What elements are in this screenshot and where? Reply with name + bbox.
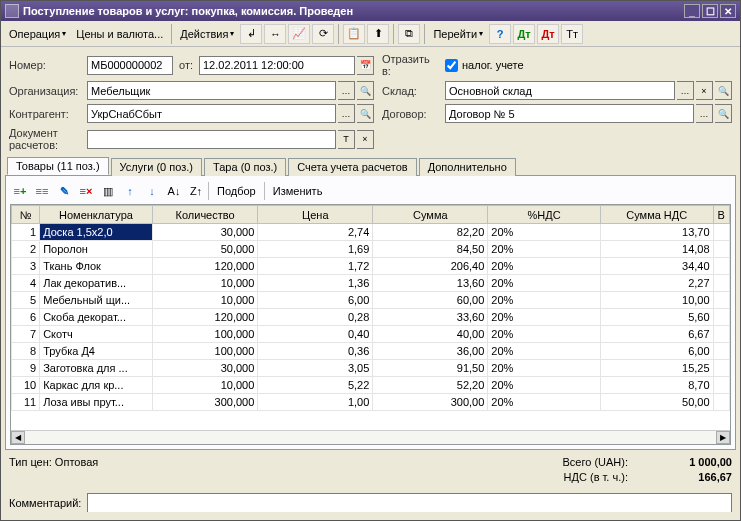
- text-tool-icon[interactable]: Тт: [561, 24, 583, 44]
- cell-sum[interactable]: 300,00: [373, 394, 488, 411]
- cell-vat-pct[interactable]: 20%: [488, 377, 601, 394]
- cell-vat-pct[interactable]: 20%: [488, 224, 601, 241]
- tab-services[interactable]: Услуги (0 поз.): [111, 158, 202, 176]
- operation-menu[interactable]: Операция▾: [5, 26, 70, 42]
- cell-total[interactable]: [713, 241, 729, 258]
- cell-n[interactable]: 11: [12, 394, 40, 411]
- cell-total[interactable]: [713, 377, 729, 394]
- delete-row-icon[interactable]: ≡×: [76, 181, 96, 201]
- cell-price[interactable]: 0,36: [258, 343, 373, 360]
- cell-n[interactable]: 2: [12, 241, 40, 258]
- cell-n[interactable]: 1: [12, 224, 40, 241]
- select-icon[interactable]: …: [677, 81, 694, 100]
- cell-price[interactable]: 1,36: [258, 275, 373, 292]
- search-icon[interactable]: 🔍: [357, 81, 374, 100]
- cell-qty[interactable]: 10,000: [152, 292, 258, 309]
- col-name[interactable]: Номенклатура: [40, 206, 153, 224]
- cell-total[interactable]: [713, 292, 729, 309]
- cell-vat-sum[interactable]: 15,25: [600, 360, 713, 377]
- table-row[interactable]: 6Скоба декорат...120,0000,2833,6020%5,60: [12, 309, 730, 326]
- cell-price[interactable]: 3,05: [258, 360, 373, 377]
- chart-icon[interactable]: 📈: [288, 24, 310, 44]
- cell-sum[interactable]: 52,20: [373, 377, 488, 394]
- table-row[interactable]: 10Каркас для кр...10,0005,2252,2020%8,70: [12, 377, 730, 394]
- debit-credit-tax-icon[interactable]: Дт: [537, 24, 559, 44]
- table-row[interactable]: 1Доска 1,5x2,030,0002,7482,2020%13,70: [12, 224, 730, 241]
- col-sum[interactable]: Сумма: [373, 206, 488, 224]
- select-icon[interactable]: …: [338, 104, 355, 123]
- cell-n[interactable]: 6: [12, 309, 40, 326]
- cell-sum[interactable]: 91,50: [373, 360, 488, 377]
- cell-name[interactable]: Скоба декорат...: [40, 309, 153, 326]
- cell-total[interactable]: [713, 309, 729, 326]
- pick-button[interactable]: Подбор: [211, 183, 262, 199]
- table-row[interactable]: 2Поролон50,0001,6984,5020%14,08: [12, 241, 730, 258]
- write-icon[interactable]: ↔: [264, 24, 286, 44]
- tax-accounting-checkbox[interactable]: [445, 59, 458, 72]
- search-icon[interactable]: 🔍: [715, 81, 732, 100]
- cell-total[interactable]: [713, 224, 729, 241]
- cell-sum[interactable]: 82,20: [373, 224, 488, 241]
- cell-vat-sum[interactable]: 8,70: [600, 377, 713, 394]
- cell-total[interactable]: [713, 360, 729, 377]
- cell-qty[interactable]: 120,000: [152, 258, 258, 275]
- cell-n[interactable]: 7: [12, 326, 40, 343]
- search-icon[interactable]: 🔍: [357, 104, 374, 123]
- select-icon[interactable]: …: [696, 104, 713, 123]
- cell-qty[interactable]: 50,000: [152, 241, 258, 258]
- toggle-panel-icon[interactable]: ▥: [98, 181, 118, 201]
- cell-qty[interactable]: 100,000: [152, 343, 258, 360]
- cell-sum[interactable]: 36,00: [373, 343, 488, 360]
- cell-name[interactable]: Лоза ивы прут...: [40, 394, 153, 411]
- debit-credit-icon[interactable]: Дт: [513, 24, 535, 44]
- col-total[interactable]: В: [713, 206, 729, 224]
- cell-qty[interactable]: 100,000: [152, 326, 258, 343]
- table-row[interactable]: 7Скотч100,0000,4040,0020%6,67: [12, 326, 730, 343]
- tab-goods[interactable]: Товары (11 поз.): [7, 157, 109, 175]
- cell-vat-sum[interactable]: 6,67: [600, 326, 713, 343]
- cell-price[interactable]: 2,74: [258, 224, 373, 241]
- cell-price[interactable]: 5,22: [258, 377, 373, 394]
- cell-sum[interactable]: 33,60: [373, 309, 488, 326]
- goods-table[interactable]: № Номенклатура Количество Цена Сумма %НД…: [11, 205, 730, 411]
- prices-currency-button[interactable]: Цены и валюта...: [72, 26, 167, 42]
- refresh-icon[interactable]: ⟳: [312, 24, 334, 44]
- goto-menu[interactable]: Перейти▾: [429, 26, 487, 42]
- cell-vat-sum[interactable]: 34,40: [600, 258, 713, 275]
- help-icon[interactable]: ?: [489, 24, 511, 44]
- cell-name[interactable]: Скотч: [40, 326, 153, 343]
- search-icon[interactable]: 🔍: [715, 104, 732, 123]
- tab-accounts[interactable]: Счета учета расчетов: [288, 158, 416, 176]
- cell-vat-sum[interactable]: 14,08: [600, 241, 713, 258]
- type-icon[interactable]: T: [338, 130, 355, 149]
- export-icon[interactable]: ⬆: [367, 24, 389, 44]
- cell-sum[interactable]: 13,60: [373, 275, 488, 292]
- move-down-icon[interactable]: ↓: [142, 181, 162, 201]
- org-field[interactable]: Мебельщик: [87, 81, 336, 100]
- edit-button[interactable]: Изменить: [267, 183, 329, 199]
- cell-vat-pct[interactable]: 20%: [488, 258, 601, 275]
- cell-price[interactable]: 6,00: [258, 292, 373, 309]
- table-row[interactable]: 4Лак декоратив...10,0001,3613,6020%2,27: [12, 275, 730, 292]
- cell-vat-sum[interactable]: 2,27: [600, 275, 713, 292]
- cell-vat-pct[interactable]: 20%: [488, 292, 601, 309]
- move-up-icon[interactable]: ↑: [120, 181, 140, 201]
- warehouse-field[interactable]: Основной склад: [445, 81, 675, 100]
- cell-total[interactable]: [713, 394, 729, 411]
- cell-n[interactable]: 9: [12, 360, 40, 377]
- cell-vat-sum[interactable]: 13,70: [600, 224, 713, 241]
- counterparty-field[interactable]: УкрСнабСбыт: [87, 104, 336, 123]
- structure-icon[interactable]: ⧉: [398, 24, 420, 44]
- cell-total[interactable]: [713, 326, 729, 343]
- table-row[interactable]: 8Трубка Д4100,0000,3636,0020%6,00: [12, 343, 730, 360]
- cell-total[interactable]: [713, 343, 729, 360]
- minimize-button[interactable]: _: [684, 4, 700, 18]
- cell-sum[interactable]: 206,40: [373, 258, 488, 275]
- cell-qty[interactable]: 120,000: [152, 309, 258, 326]
- cell-vat-pct[interactable]: 20%: [488, 343, 601, 360]
- cell-n[interactable]: 8: [12, 343, 40, 360]
- cell-n[interactable]: 4: [12, 275, 40, 292]
- scroll-track[interactable]: [25, 431, 716, 444]
- maximize-button[interactable]: ☐: [702, 4, 718, 18]
- actions-menu[interactable]: Действия▾: [176, 26, 238, 42]
